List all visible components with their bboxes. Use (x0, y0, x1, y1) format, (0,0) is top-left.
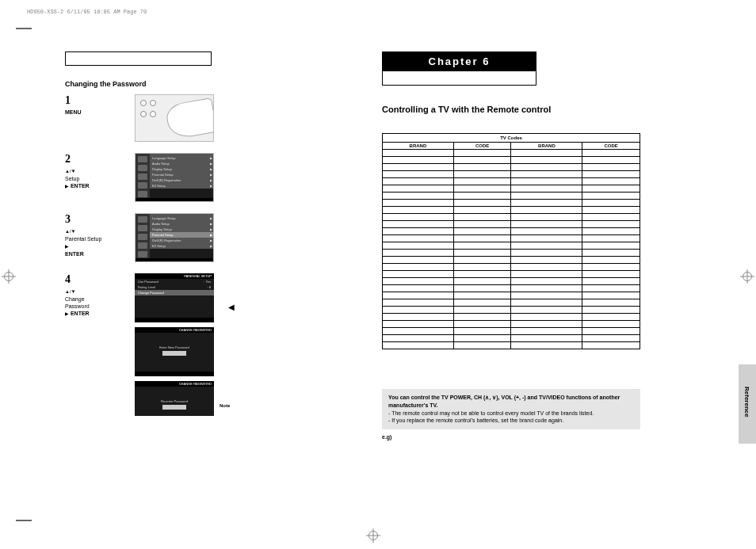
table-cell (582, 250, 640, 257)
table-cell (453, 193, 511, 200)
table-cell (453, 250, 511, 257)
table-row (383, 185, 640, 193)
setting-row-selected: Change Password (135, 290, 214, 295)
table-header: CODE (453, 143, 511, 150)
menu-item: Language Setup▶ (150, 155, 214, 161)
registration-mark-icon (2, 269, 16, 284)
table-cell (582, 307, 640, 314)
screen-header: CHANGE PASSWORD (135, 381, 214, 387)
table-cell (383, 185, 454, 193)
table-cell (582, 185, 640, 193)
table-cell (453, 278, 511, 285)
step-label: ENTER (65, 251, 84, 257)
table-cell (582, 242, 640, 250)
prompt-text: Enter New Password (139, 345, 209, 349)
table-cell (453, 271, 511, 278)
side-tab-label: Reference (739, 364, 750, 417)
table-cell (511, 321, 582, 328)
table-cell (582, 193, 640, 200)
table-row (383, 250, 640, 257)
table-header: CODE (582, 143, 640, 150)
registration-mark-icon (740, 269, 754, 284)
menu-item: Display Setup▶ (150, 166, 214, 172)
table-cell (511, 292, 582, 299)
table-cell (383, 285, 454, 292)
table-cell (582, 235, 640, 242)
right-column: Chapter 6 Controlling a TV with the Remo… (366, 51, 707, 511)
table-cell (383, 164, 454, 171)
table-row (383, 264, 640, 271)
table-cell (453, 200, 511, 207)
step-label: Password (65, 303, 90, 309)
table-cell (511, 235, 582, 242)
table-cell (383, 178, 454, 185)
table-cell (582, 321, 640, 328)
step-label: ENTER (71, 183, 90, 189)
table-cell (453, 242, 511, 250)
table-cell (383, 214, 454, 221)
table-cell (511, 228, 582, 235)
table-cell (511, 257, 582, 264)
table-cell (383, 278, 454, 285)
step-label: ENTER (71, 311, 90, 316)
table-cell (383, 314, 454, 321)
table-cell (453, 307, 511, 314)
menu-item: EZ Setup▶ (150, 183, 214, 189)
right-arrow-icon: ▶ (65, 184, 69, 189)
table-row (383, 150, 640, 157)
table-cell (453, 335, 511, 342)
table-row (383, 171, 640, 178)
table-cell (453, 221, 511, 228)
table-row (383, 314, 640, 321)
table-cell (511, 207, 582, 214)
change-password-screen: CHANGE PASSWORD Enter New Password (135, 327, 214, 376)
table-row (383, 342, 640, 349)
table-cell (453, 164, 511, 171)
menu-item: EZ Setup▶ (150, 243, 214, 249)
table-cell (582, 328, 640, 335)
table-cell (511, 214, 582, 221)
table-cell (383, 307, 454, 314)
table-cell (511, 271, 582, 278)
table-cell (582, 157, 640, 164)
table-cell (582, 257, 640, 264)
password-field (162, 351, 186, 356)
chapter-subbox (382, 71, 536, 86)
step-row: 3 ▲/▼ Parental Setup ▶ ENTER Language Se… (65, 213, 342, 262)
table-row (383, 299, 640, 307)
table-row (383, 200, 640, 207)
table-cell (511, 150, 582, 157)
password-field (162, 405, 186, 410)
table-cell (383, 228, 454, 235)
table-row (383, 292, 640, 299)
screen-header: PARENTAL SETUP (135, 273, 214, 279)
step-label: Parental Setup (65, 236, 101, 242)
menu-screenshot: Language Setup▶ Audio Setup▶ Display Set… (135, 153, 214, 202)
menu-item: DivX(R) Registration▶ (150, 177, 214, 183)
step-number: 1 (65, 94, 130, 107)
table-cell (453, 214, 511, 221)
table-cell (582, 150, 640, 157)
parental-setup-screen: PARENTAL SETUP Use Password: Yes Rating … (135, 273, 214, 322)
table-row (383, 193, 640, 200)
table-cell (582, 178, 640, 185)
table-cell (453, 178, 511, 185)
setting-row: Rating Level: 8 (135, 284, 214, 290)
hand-icon (165, 97, 214, 140)
menu-item: Audio Setup▶ (150, 161, 214, 166)
table-row (383, 178, 640, 185)
table-cell (383, 150, 454, 157)
updown-icon: ▲/▼ (65, 169, 76, 173)
screen-header: CHANGE PASSWORD (135, 327, 214, 333)
table-row (383, 164, 640, 171)
print-header: HD950-XSS-2 6/11/05 10:05 AM Page 70 (27, 9, 147, 15)
updown-icon: ▲/▼ (65, 289, 76, 294)
table-cell (383, 335, 454, 342)
table-cell (582, 264, 640, 271)
table-cell (453, 285, 511, 292)
step-row: 1 MENU (65, 94, 342, 142)
table-cell (582, 214, 640, 221)
chapter-heading: Chapter 6 (382, 51, 536, 71)
table-cell (383, 242, 454, 250)
table-cell (453, 342, 511, 349)
